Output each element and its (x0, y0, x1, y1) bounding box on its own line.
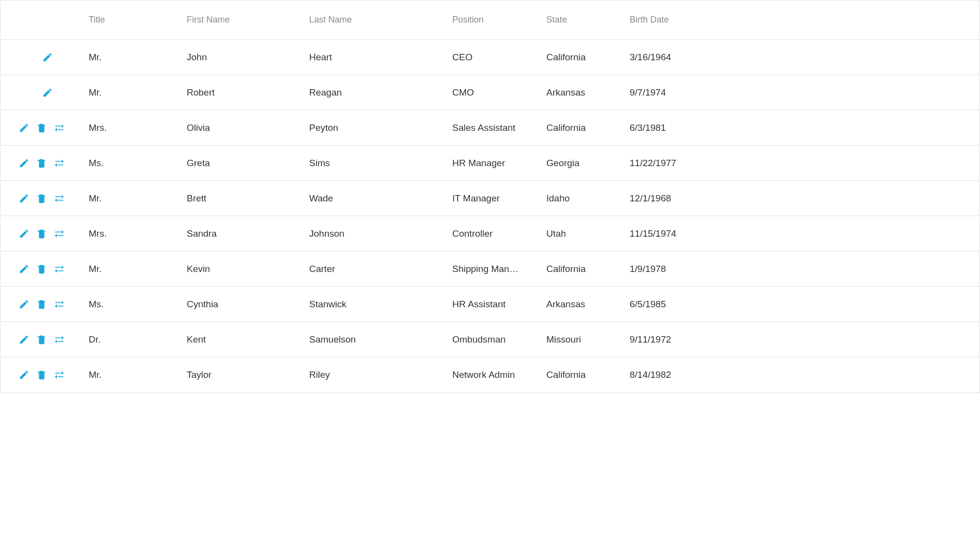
cell-position: Ombudsman (446, 334, 540, 345)
edit-button[interactable] (18, 193, 30, 204)
shuffle-button[interactable] (53, 122, 65, 134)
table-row: Mrs.SandraJohnsonControllerUtah11/15/197… (0, 216, 980, 251)
edit-button[interactable] (18, 298, 30, 310)
cell-last-name: Stanwick (303, 299, 446, 310)
cell-state: Idaho (540, 193, 624, 204)
delete-button[interactable] (36, 369, 48, 381)
cell-title: Ms. (83, 299, 181, 310)
delete-button[interactable] (36, 334, 48, 345)
shuffle-button[interactable] (53, 369, 65, 381)
shuffle-button[interactable] (53, 298, 65, 310)
table-row: Ms.GretaSimsHR ManagerGeorgia11/22/1977 (0, 146, 980, 181)
cell-state: California (540, 370, 624, 380)
row-actions (0, 228, 83, 240)
table-row: Dr.KentSamuelsonOmbudsmanMissouri9/11/19… (0, 322, 980, 357)
cell-position: CMO (446, 87, 540, 98)
cell-state: California (540, 123, 624, 133)
delete-button[interactable] (36, 157, 48, 169)
cell-birth-date: 11/15/1974 (624, 228, 980, 239)
cell-first-name: Kevin (181, 264, 303, 274)
shuffle-icon (54, 370, 65, 380)
cell-title: Mrs. (83, 123, 181, 133)
table-row: Mr.BrettWadeIT ManagerIdaho12/1/1968 (0, 181, 980, 216)
cell-position: IT Manager (446, 193, 540, 204)
row-actions (0, 51, 83, 63)
delete-button[interactable] (36, 298, 48, 310)
header-state[interactable]: State (540, 15, 624, 25)
cell-state: Georgia (540, 158, 624, 169)
cell-first-name: Greta (181, 158, 303, 169)
delete-icon (36, 370, 47, 380)
cell-first-name: Sandra (181, 228, 303, 239)
row-actions (0, 369, 83, 381)
delete-icon (36, 123, 47, 133)
cell-first-name: Taylor (181, 370, 303, 380)
shuffle-icon (54, 193, 65, 204)
delete-button[interactable] (36, 228, 48, 240)
header-birth-date[interactable]: Birth Date (624, 15, 980, 25)
shuffle-button[interactable] (53, 193, 65, 204)
cell-title: Dr. (83, 334, 181, 345)
header-first-name[interactable]: First Name (181, 15, 303, 25)
cell-title: Mr. (83, 52, 181, 63)
cell-state: California (540, 52, 624, 63)
table-row: Mr.TaylorRileyNetwork AdminCalifornia8/1… (0, 357, 980, 393)
shuffle-icon (54, 158, 65, 169)
edit-button[interactable] (18, 334, 30, 345)
edit-button[interactable] (42, 51, 53, 63)
cell-last-name: Carter (303, 264, 446, 274)
cell-birth-date: 11/22/1977 (624, 158, 980, 169)
header-title[interactable]: Title (83, 15, 181, 25)
cell-first-name: John (181, 52, 303, 63)
table-row: Mrs.OliviaPeytonSales AssistantCaliforni… (0, 110, 980, 146)
cell-first-name: Kent (181, 334, 303, 345)
row-actions (0, 334, 83, 345)
edit-button[interactable] (42, 87, 53, 99)
cell-position: Sales Assistant (446, 123, 540, 133)
delete-icon (36, 228, 47, 239)
cell-state: Arkansas (540, 299, 624, 310)
edit-icon (19, 193, 29, 204)
edit-button[interactable] (18, 263, 30, 275)
cell-state: California (540, 264, 624, 274)
cell-last-name: Samuelson (303, 334, 446, 345)
shuffle-icon (54, 334, 65, 345)
cell-position: CEO (446, 52, 540, 63)
cell-first-name: Cynthia (181, 299, 303, 310)
delete-icon (36, 334, 47, 345)
table-row: Mr.KevinCarterShipping Man…California1/9… (0, 251, 980, 287)
edit-icon (19, 299, 29, 310)
delete-button[interactable] (36, 193, 48, 204)
delete-button[interactable] (36, 122, 48, 134)
cell-title: Mrs. (83, 228, 181, 239)
cell-first-name: Robert (181, 87, 303, 98)
edit-button[interactable] (18, 369, 30, 381)
shuffle-button[interactable] (53, 157, 65, 169)
header-position[interactable]: Position (446, 15, 540, 25)
shuffle-icon (54, 299, 65, 310)
row-actions (0, 87, 83, 99)
delete-button[interactable] (36, 263, 48, 275)
cell-title: Mr. (83, 193, 181, 204)
header-row: Title First Name Last Name Position Stat… (0, 0, 980, 40)
edit-icon (19, 123, 29, 133)
delete-icon (36, 264, 47, 274)
edit-button[interactable] (18, 122, 30, 134)
edit-icon (19, 158, 29, 169)
header-last-name[interactable]: Last Name (303, 15, 446, 25)
edit-button[interactable] (18, 228, 30, 240)
shuffle-icon (54, 228, 65, 239)
cell-position: Network Admin (446, 370, 540, 380)
edit-button[interactable] (18, 157, 30, 169)
cell-birth-date: 9/7/1974 (624, 87, 980, 98)
shuffle-button[interactable] (53, 228, 65, 240)
shuffle-button[interactable] (53, 263, 65, 275)
shuffle-icon (54, 264, 65, 274)
cell-position: HR Assistant (446, 299, 540, 310)
edit-icon (42, 52, 53, 63)
edit-icon (19, 228, 29, 239)
cell-birth-date: 1/9/1978 (624, 264, 980, 274)
shuffle-button[interactable] (53, 334, 65, 345)
table-row: Ms.CynthiaStanwickHR AssistantArkansas6/… (0, 287, 980, 322)
cell-title: Mr. (83, 370, 181, 380)
